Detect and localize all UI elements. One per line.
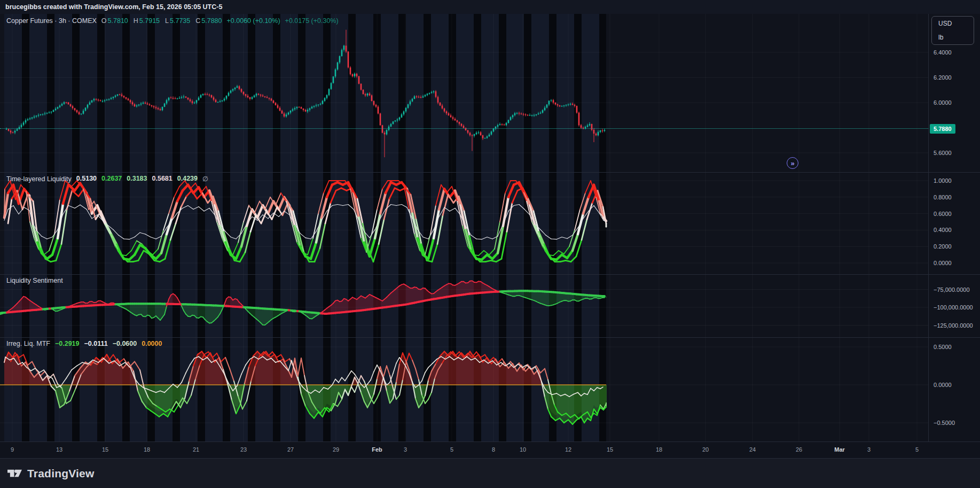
time-axis[interactable]: 913151821232729Feb35810121518202426Mar35	[0, 441, 980, 458]
ohlc-value: 5.7880	[201, 17, 222, 25]
time-axis-label: 3	[867, 446, 871, 453]
price-tick-label: 0.0000	[934, 260, 952, 266]
time-axis-label: 12	[565, 446, 571, 453]
tradingview-window: brucegibbs created with TradingView.com,…	[0, 0, 980, 488]
ohlc-value: 5.7810	[108, 17, 128, 25]
price-tick-label: 5.6000	[934, 150, 952, 156]
price-tick-label: −100,000.0000	[934, 304, 973, 311]
indicator-values: −0.2919−0.0111−0.06000.0000	[55, 340, 162, 347]
time-axis-label: 27	[287, 446, 294, 453]
time-axis-label: 18	[144, 446, 150, 453]
change-values: +0.0060 (+0.10%)+0.0175 (+0.30%)	[227, 17, 339, 25]
indicator-value: 0.5130	[76, 175, 97, 183]
price-tick-label: 0.2000	[934, 243, 952, 250]
change-value: +0.0175 (+0.30%)	[285, 17, 339, 25]
grid-layer	[0, 14, 928, 172]
time-axis-label: 23	[240, 446, 247, 453]
double-chevron-right-icon: »	[790, 159, 794, 167]
legend-time-layered-liquidity: Time-layered Liquidity 0.51300.26370.318…	[6, 175, 208, 183]
indicator-title[interactable]: Time-layered Liquidity	[6, 175, 72, 183]
indicator-value: 0.0000	[142, 340, 162, 347]
ohlc-values: O5.7810H5.7915L5.7735C5.7880	[101, 17, 222, 25]
time-axis-label: 15	[607, 446, 613, 453]
ohlc-key: H	[134, 17, 138, 25]
time-axis-label: 13	[56, 446, 62, 453]
time-axis-label: Feb	[372, 446, 382, 453]
pane-liquidity-sentiment[interactable]	[0, 274, 928, 337]
line-layer	[8, 188, 606, 262]
scroll-to-recent-button[interactable]: »	[787, 157, 798, 169]
symbol-title[interactable]: Copper Futures · 3h · COMEX	[6, 17, 97, 25]
footer-bar: TradingView	[0, 458, 980, 488]
price-tick-label: 6.2000	[934, 74, 952, 81]
price-tick-label: 0.0000	[934, 382, 952, 388]
tradingview-wordmark[interactable]: TradingView	[27, 467, 95, 480]
indicator-value: −0.0111	[84, 340, 108, 347]
time-axis-label: 20	[702, 446, 709, 453]
indicator-value: −0.2919	[55, 340, 80, 347]
last-price-badge: 5.7880	[930, 124, 955, 134]
price-tick-label: 0.5000	[934, 344, 952, 350]
ohlc-value: 5.7735	[170, 17, 190, 25]
last-price-line	[0, 128, 928, 129]
indicator-title[interactable]: Irreg. Liq. MTF	[6, 340, 50, 347]
time-axis-label: Mar	[834, 446, 845, 453]
indicator-value: ∅	[202, 175, 208, 183]
pane-time-layered-liquidity[interactable]	[0, 172, 928, 274]
ohlc-key: O	[101, 17, 107, 25]
indicator-title[interactable]: Liquidity Sentiment	[6, 277, 63, 284]
pane-canvas-time_layered_liquidity[interactable]	[0, 172, 928, 274]
price-tick-label: 0.4000	[934, 227, 952, 233]
ohlc-key: C	[195, 17, 200, 25]
price-tick-label: −0.5000	[934, 420, 955, 426]
time-axis-label: 5	[450, 446, 453, 453]
time-axis-label: 29	[333, 446, 339, 453]
time-axis-label: 21	[193, 446, 199, 453]
ohlc-value: 5.7915	[139, 17, 160, 25]
price-tick-label: −75,000.0000	[934, 286, 970, 293]
legend-liquidity-sentiment: Liquidity Sentiment	[6, 277, 63, 284]
pane-separator[interactable]	[0, 337, 980, 338]
price-tick-label: 6.4000	[934, 49, 952, 56]
time-axis-label: 5	[915, 446, 919, 453]
time-axis-label: 10	[520, 446, 526, 453]
unit-lb[interactable]: lb	[932, 30, 974, 44]
line-layer	[4, 181, 603, 255]
time-axis-label: 9	[11, 446, 14, 453]
price-tick-label: 1.0000	[934, 177, 952, 184]
legend-irreg-liq-mtf: Irreg. Liq. MTF −0.2919−0.0111−0.06000.0…	[6, 340, 162, 347]
time-axis-label: 26	[796, 446, 802, 453]
price-tick-label: −125,000.0000	[934, 322, 973, 329]
change-value: +0.0060 (+0.10%)	[227, 17, 280, 25]
time-axis-label: 24	[749, 446, 756, 453]
pane-canvas-price[interactable]	[0, 14, 928, 172]
watermark-bar: brucegibbs created with TradingView.com,…	[0, 0, 980, 14]
pane-separator[interactable]	[0, 274, 980, 275]
time-axis-label: 15	[102, 446, 108, 453]
pane-irreg-liq-mtf[interactable]	[0, 337, 928, 441]
indicator-value: −0.0600	[113, 340, 137, 347]
tradingview-logo-icon[interactable]	[7, 466, 22, 481]
indicator-value: 0.2637	[101, 175, 122, 183]
indicator-values: 0.51300.26370.31830.56810.4239∅	[76, 175, 208, 183]
price-tick-label: 0.6000	[934, 211, 952, 217]
time-axis-label: 18	[656, 446, 662, 453]
price-tick-label: 0.8000	[934, 194, 952, 200]
pane-canvas-liquidity_sentiment[interactable]	[0, 274, 928, 337]
pane-price-chart[interactable]	[0, 14, 928, 172]
time-axis-label: 3	[404, 446, 407, 453]
unit-selector[interactable]: USD lb	[931, 16, 974, 45]
indicator-value: 0.4239	[177, 175, 198, 183]
unit-usd[interactable]: USD	[932, 17, 974, 30]
time-axis-label: 8	[492, 446, 495, 453]
candles-layer[interactable]	[6, 30, 606, 158]
watermark-text: brucegibbs created with TradingView.com,…	[5, 3, 222, 11]
price-axis[interactable]: USD lb 5.7880 6.40006.20006.00005.60001.…	[928, 14, 980, 441]
indicator-value: 0.3183	[127, 175, 147, 183]
ohlc-key: L	[165, 17, 169, 25]
mtf-fill-layer	[4, 352, 607, 419]
pane-canvas-irreg_liq_mtf[interactable]	[0, 337, 928, 441]
sentiment-fill-layer	[0, 281, 607, 325]
legend-price: Copper Futures · 3h · COMEX O5.7810H5.79…	[6, 17, 339, 25]
pane-separator[interactable]	[0, 172, 980, 173]
